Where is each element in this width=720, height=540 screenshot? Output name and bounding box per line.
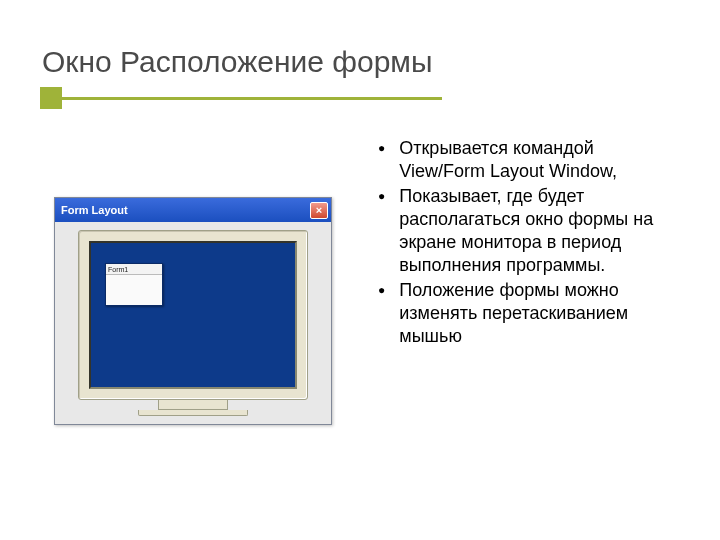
- monitor-base: [138, 410, 248, 416]
- form-preview-body: [106, 275, 162, 305]
- list-item: ● Показывает, где будет располагаться ок…: [372, 185, 678, 277]
- bullet-icon: ●: [378, 185, 385, 207]
- title-rule: [40, 87, 678, 109]
- monitor-frame: Form1: [78, 230, 308, 400]
- window-body: Form1: [55, 222, 331, 424]
- monitor-illustration: Form1: [78, 230, 308, 416]
- bullet-list: ● Открывается командой View/Form Layout …: [372, 137, 678, 348]
- close-icon[interactable]: ×: [310, 202, 328, 219]
- list-item: ● Положение формы можно изменять перетас…: [372, 279, 678, 348]
- form-preview[interactable]: Form1: [105, 263, 163, 306]
- window-titlebar[interactable]: Form Layout ×: [55, 198, 331, 222]
- rule-line: [62, 97, 442, 100]
- form-preview-title: Form1: [106, 264, 162, 275]
- bullet-icon: ●: [378, 137, 385, 159]
- bullet-icon: ●: [378, 279, 385, 301]
- rule-accent-box: [40, 87, 62, 109]
- list-item: ● Открывается командой View/Form Layout …: [372, 137, 678, 183]
- window-title: Form Layout: [61, 204, 310, 216]
- monitor-screen: Form1: [89, 241, 297, 389]
- bullet-text: Положение формы можно изменять перетаски…: [399, 279, 678, 348]
- bullet-text: Открывается командой View/Form Layout Wi…: [399, 137, 678, 183]
- monitor-stand: [158, 400, 228, 410]
- form-layout-window: Form Layout × Form1: [54, 197, 332, 425]
- bullet-text: Показывает, где будет располагаться окно…: [399, 185, 678, 277]
- slide-title: Окно Расположение формы: [42, 45, 678, 79]
